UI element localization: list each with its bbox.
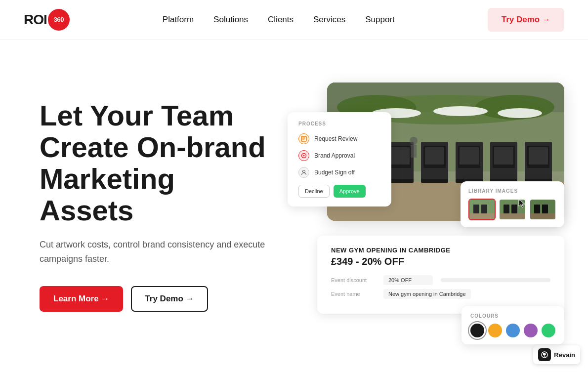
nav-support[interactable]: Support [365, 15, 395, 25]
svg-rect-47 [542, 205, 548, 213]
library-images-panel: LIBRARY IMAGES [461, 181, 564, 227]
process-budget-label: Budget Sign off [314, 169, 355, 176]
nav-solutions[interactable]: Solutions [213, 15, 248, 25]
revain-icon [538, 348, 551, 361]
revain-text: Revain [554, 351, 575, 359]
svg-point-32 [433, 106, 488, 116]
color-dots [470, 324, 555, 337]
svg-rect-39 [481, 205, 487, 213]
process-item-brand: Brand Approval [298, 150, 380, 161]
process-item-budget: Budget Sign off [298, 167, 380, 178]
svg-rect-37 [469, 213, 496, 220]
process-item-request: Request Review [298, 133, 380, 144]
svg-point-53 [303, 155, 305, 156]
promo-field-name: Event name New gym opening in Cambridge [331, 289, 550, 299]
process-brand-label: Brand Approval [314, 152, 355, 159]
process-action-buttons: Decline Approve [298, 185, 380, 198]
logo-text: ROI [24, 12, 47, 28]
nav-links: Platform Solutions Clients Services Supp… [163, 15, 395, 25]
svg-rect-38 [473, 205, 479, 213]
promo-fields: Event discount 20% OFF Event name New gy… [331, 275, 550, 299]
colors-panel: COLOURS [462, 306, 564, 344]
hero-right: LIBRARY IMAGES PROCESS [288, 83, 564, 330]
event-name-label: Event name [331, 291, 376, 297]
svg-rect-35 [411, 145, 417, 158]
nav-platform[interactable]: Platform [163, 15, 194, 25]
promo-price: £349 - 20% OFF [331, 256, 550, 267]
svg-rect-21 [460, 147, 479, 165]
nav-services[interactable]: Services [313, 15, 345, 25]
svg-point-34 [410, 137, 418, 145]
hero-section: Let Your Team Create On-brand Marketing … [0, 40, 588, 372]
svg-point-33 [498, 108, 542, 118]
color-purple[interactable] [524, 324, 538, 337]
logo[interactable]: ROI 360 [24, 9, 70, 31]
svg-rect-13 [390, 147, 410, 165]
svg-rect-41 [500, 213, 526, 220]
discount-label: Event discount [331, 277, 376, 283]
library-thumb-3[interactable] [529, 199, 556, 220]
svg-rect-46 [534, 205, 540, 213]
promo-title: NEW GYM OPENING IN CAMBRIDGE [331, 247, 550, 254]
svg-rect-29 [529, 147, 548, 165]
color-green[interactable] [542, 324, 555, 337]
library-thumb-1[interactable] [468, 199, 496, 220]
library-label: LIBRARY IMAGES [468, 188, 556, 194]
process-request-label: Request Review [314, 135, 357, 142]
process-label: PROCESS [298, 121, 380, 126]
hero-left: Let Your Team Create On-brand Marketing … [40, 100, 267, 312]
logo-badge: 360 [48, 9, 70, 31]
svg-rect-42 [504, 205, 509, 213]
request-review-icon [298, 133, 309, 144]
hero-buttons: Learn More → Try Demo → [40, 286, 267, 312]
hero-subtext: Cut artwork costs, control brand consist… [40, 238, 267, 266]
navbar: ROI 360 Platform Solutions Clients Servi… [0, 0, 588, 40]
svg-rect-25 [494, 147, 513, 165]
discount-bar [441, 278, 550, 282]
discount-value: 20% OFF [383, 275, 433, 285]
color-blue[interactable] [506, 324, 520, 337]
nav-clients[interactable]: Clients [268, 15, 294, 25]
svg-rect-18 [421, 179, 448, 183]
svg-line-56 [544, 355, 545, 357]
promo-field-discount: Event discount 20% OFF [331, 275, 550, 285]
svg-rect-45 [530, 213, 556, 220]
svg-point-54 [303, 170, 305, 172]
color-black[interactable] [470, 324, 484, 337]
try-demo-button[interactable]: Try Demo → [131, 286, 208, 312]
budget-signoff-icon [298, 167, 309, 178]
event-name-value: New gym opening in Cambridge [383, 289, 471, 299]
svg-rect-17 [425, 147, 444, 165]
color-orange[interactable] [488, 324, 502, 337]
revain-badge: Revain [533, 345, 580, 364]
process-panel: PROCESS Request Review Brand Approval Bu… [288, 112, 391, 207]
brand-approval-icon [298, 150, 309, 161]
library-thumbs [468, 199, 556, 220]
colors-label: COLOURS [470, 313, 555, 319]
svg-rect-43 [511, 205, 517, 213]
decline-button[interactable]: Decline [298, 185, 330, 198]
nav-try-demo-button[interactable]: Try Demo → [488, 8, 564, 32]
promo-card: NEW GYM OPENING IN CAMBRIDGE £349 - 20% … [317, 236, 564, 314]
approve-button[interactable]: Approve [334, 185, 366, 198]
cursor-icon [518, 199, 527, 209]
learn-more-button[interactable]: Learn More → [40, 286, 123, 312]
hero-heading: Let Your Team Create On-brand Marketing … [40, 100, 267, 226]
